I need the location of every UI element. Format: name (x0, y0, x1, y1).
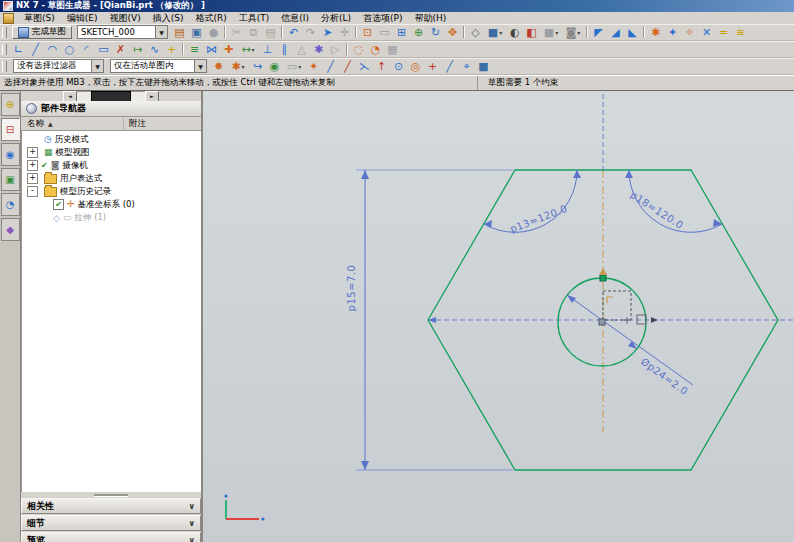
redo-icon[interactable]: ↷ (302, 25, 319, 39)
angle-dimension-right[interactable]: p18=120.0 (625, 170, 722, 232)
tree-check-icon[interactable] (41, 161, 48, 170)
menu-sketch[interactable]: 草图(S) (18, 12, 61, 24)
auto-constrain-icon[interactable]: ✱ (310, 42, 327, 56)
graphics-viewport[interactable]: p15=7.0 p13=120.0 p18=120.0 (203, 91, 794, 542)
zoom-window-icon[interactable]: ⊞ (393, 25, 410, 39)
paste-icon[interactable]: ▤ (262, 25, 279, 39)
menu-edit[interactable]: 编辑(E) (61, 12, 104, 24)
magnify-icon[interactable]: ⊕ (410, 25, 427, 39)
offset-curve-icon[interactable]: ≡ (186, 42, 203, 56)
wireframe-icon[interactable]: ◇ (467, 25, 484, 39)
grid-icon[interactable]: ✧ (681, 25, 698, 39)
display-part-icon[interactable]: ● (205, 25, 222, 39)
point-on-line-icon[interactable]: ╱ (441, 59, 458, 73)
title-bar[interactable]: NX 7 - 草图生成器 - [QianBi.prt （修改的） ] (0, 0, 794, 12)
tree-check-icon[interactable] (53, 213, 60, 223)
quadrant-point-icon[interactable]: ⊙ (390, 59, 407, 73)
section-icon[interactable]: ◧ (523, 25, 540, 39)
tree-user-expressions[interactable]: + 用户表达式 (22, 172, 201, 185)
open-file-icon[interactable]: ▣ (188, 25, 205, 39)
shaded-icon[interactable]: ■ (484, 25, 506, 39)
scroll-track[interactable] (131, 91, 145, 102)
finish-sketch-button[interactable]: 完成草图 (12, 26, 72, 39)
menu-info[interactable]: 信息(I) (275, 12, 315, 24)
point-icon[interactable]: + (163, 42, 180, 56)
chevron-down-icon[interactable] (189, 536, 196, 542)
menu-help[interactable]: 帮助(H) (408, 12, 452, 24)
tree-expander-icon[interactable]: + (27, 160, 38, 171)
angle-left-label[interactable]: p13=120.0 (508, 203, 569, 235)
tree-cameras[interactable]: + 摄像机 (22, 159, 201, 172)
hatch-icon[interactable]: ≋ (732, 25, 749, 39)
selection-scope-select[interactable]: 仅在活动草图内 ▼ (110, 59, 207, 73)
section-details[interactable]: 细节 (21, 515, 201, 531)
circle-top-handle[interactable] (600, 275, 606, 281)
toolbar-grip[interactable] (2, 61, 7, 72)
chevron-down-icon[interactable] (189, 519, 196, 528)
menu-insert[interactable]: 插入(S) (147, 12, 190, 24)
height-dimension-label[interactable]: p15=7.0 (346, 265, 357, 312)
center-point-handle[interactable] (599, 319, 605, 325)
chevron-down-icon[interactable]: ▼ (91, 60, 103, 72)
angle-right-label[interactable]: p18=120.0 (629, 189, 686, 231)
render-style-icon[interactable]: ◐ (506, 25, 523, 39)
web-browser-tab[interactable]: ◉ (1, 143, 20, 166)
column-name[interactable]: 名称 ▲ (21, 117, 124, 130)
intersection-point-icon[interactable]: ✚ (220, 42, 237, 56)
delayed-evaluation-icon[interactable]: ▭ (283, 59, 305, 73)
diameter-dimension[interactable]: Øp24=2.0 (567, 295, 693, 397)
line-icon[interactable]: ╱ (27, 42, 44, 56)
history-palette-tab[interactable]: ▣ (1, 168, 20, 191)
tree-model-history[interactable]: - 模型历史记录 (22, 185, 201, 198)
menu-format[interactable]: 格式(R) (189, 12, 232, 24)
section-preview[interactable]: 预览 (21, 532, 201, 542)
shaded-work-icon[interactable]: ■ (475, 59, 492, 73)
cursor-location-icon[interactable]: ⌖ (458, 59, 475, 73)
scroll-left-icon[interactable]: ◄ (63, 91, 77, 102)
tree-expander-icon[interactable]: + (27, 173, 38, 184)
undo-icon[interactable]: ↶ (285, 25, 302, 39)
sketch-style-icon[interactable]: ▤ (171, 25, 188, 39)
measure-icon[interactable]: = (715, 25, 732, 39)
alternate-solution-icon[interactable]: ◔ (367, 42, 384, 56)
convert-reference-icon[interactable]: ◌ (350, 42, 367, 56)
scroll-right-icon[interactable]: ► (145, 91, 159, 102)
cut-icon[interactable]: ✂ (228, 25, 245, 39)
angle-dimension-left[interactable]: p13=120.0 (484, 170, 581, 235)
selection-filter-select[interactable]: 没有选择过滤器 ▼ (13, 59, 104, 73)
scroll-thumb[interactable] (91, 91, 131, 102)
reattach-icon[interactable]: ↪ (249, 59, 266, 73)
chevron-down-icon[interactable]: ▼ (194, 60, 206, 72)
point-on-curve-icon[interactable]: + (424, 59, 441, 73)
animate-dimension-icon[interactable]: ▷ (327, 42, 344, 56)
toolbar-grip[interactable] (2, 27, 7, 38)
assembly-navigator-tab[interactable]: ⊕ (1, 93, 20, 116)
mirror-curve-icon[interactable]: ⋈ (203, 42, 220, 56)
pan-view-icon[interactable]: ✥ (444, 25, 461, 39)
toolbar-grip[interactable] (2, 44, 7, 55)
diameter-dimension-label[interactable]: Øp24=2.0 (639, 356, 690, 397)
roles-tab[interactable]: ◆ (1, 218, 20, 241)
studio-spline-icon[interactable]: ∿ (146, 42, 163, 56)
chevron-down-icon[interactable]: ▼ (155, 26, 167, 38)
arc-icon[interactable]: ◠ (44, 42, 61, 56)
menu-view[interactable]: 视图(V) (103, 12, 146, 24)
intersection-snap-icon[interactable]: ⋋ (356, 59, 373, 73)
tree-datum-csys[interactable]: 基准坐标系 (0) (22, 198, 201, 211)
make-symmetric-icon[interactable]: ∥ (276, 42, 293, 56)
part-navigator-tab[interactable]: ⊟ (1, 118, 20, 141)
section-dependencies[interactable]: 相关性 (21, 498, 201, 514)
crosshair-icon[interactable]: ✕ (698, 25, 715, 39)
inferred-dimension-icon[interactable]: ↔ (237, 42, 259, 56)
touch-mode-icon[interactable]: ✛ (336, 25, 353, 39)
copy-icon[interactable]: ⧉ (245, 25, 262, 39)
menu-preferences[interactable]: 首选项(P) (357, 12, 408, 24)
fillet-icon[interactable]: ◜ (78, 42, 95, 56)
work-plane-icon[interactable]: ✦ (664, 25, 681, 39)
tree-expander-icon[interactable]: - (27, 186, 38, 197)
tree-model-views[interactable]: + 模型视图 (22, 146, 201, 159)
menu-analysis[interactable]: 分析(L) (315, 12, 357, 24)
face-view-icon[interactable]: ◙ (562, 25, 584, 39)
arc-center-icon[interactable]: ↑ (373, 59, 390, 73)
orient-to-sketch-icon[interactable]: ◉ (266, 59, 283, 73)
